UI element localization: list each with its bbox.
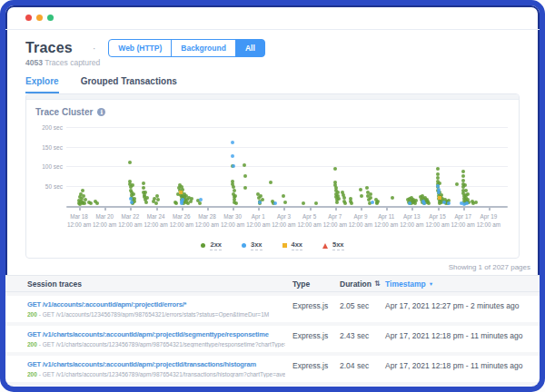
trace-point-3xx[interactable] — [371, 201, 374, 204]
trace-point-4xx[interactable] — [179, 191, 183, 194]
trace-point-3xx[interactable] — [437, 191, 441, 194]
title-separator: · — [93, 44, 95, 54]
tab-explore[interactable]: Explore — [25, 76, 59, 93]
trace-point-2xx[interactable] — [302, 201, 305, 205]
trace-point-4xx[interactable] — [438, 196, 441, 200]
trace-point-2xx[interactable] — [145, 196, 149, 200]
table-row[interactable]: GET /v1/accounts/:accountId/apm/:project… — [5, 296, 540, 322]
x-tick-mark — [335, 208, 337, 211]
trace-type-filter: Web (HTTP)BackgroundAll — [108, 39, 264, 57]
trace-point-2xx[interactable] — [343, 201, 347, 205]
trace-point-3xx[interactable] — [231, 141, 234, 144]
trace-point-2xx[interactable] — [427, 201, 431, 205]
trace-point-2xx[interactable] — [350, 201, 353, 205]
trace-point-2xx[interactable] — [144, 201, 148, 204]
column-header-type[interactable]: Type — [292, 279, 340, 289]
trace-point-2xx[interactable] — [455, 182, 459, 186]
trace-point-2xx[interactable] — [89, 201, 93, 205]
minimize-icon[interactable] — [36, 15, 43, 21]
trace-point-3xx[interactable] — [258, 201, 262, 204]
filter-button-web-http[interactable]: Web (HTTP) — [108, 39, 172, 57]
trace-point-2xx[interactable] — [81, 189, 84, 192]
column-label: Session traces — [27, 279, 82, 289]
info-icon[interactable]: i — [97, 108, 105, 116]
trace-point-2xx[interactable] — [233, 189, 236, 192]
tab-grouped-transactions[interactable]: Grouped Transactions — [81, 76, 177, 93]
filter-button-background[interactable]: Background — [171, 39, 236, 57]
trace-point-2xx[interactable] — [234, 201, 238, 205]
trace-point-2xx[interactable] — [243, 163, 246, 167]
table-row[interactable]: GET /v1/charts/accounts/:accountId/apm/:… — [5, 356, 540, 382]
trace-request-summary: 200 - GET /v1/charts/accounts/123456789/… — [27, 341, 285, 348]
sort-icon[interactable]: ⇅ — [374, 279, 381, 288]
trace-point-2xx[interactable] — [461, 170, 465, 173]
maximize-icon[interactable] — [47, 15, 54, 21]
trace-point-2xx[interactable] — [131, 183, 134, 187]
type-cell: Express.js — [292, 360, 340, 370]
table-row[interactable]: GET /v1/charts/accounts/:accountId/apm/:… — [5, 326, 540, 352]
trace-point-2xx[interactable] — [233, 194, 237, 198]
trace-point-2xx[interactable] — [190, 197, 193, 201]
column-header-timestamp[interactable]: Timestamp▼ — [385, 279, 540, 289]
trace-point-3xx[interactable] — [465, 201, 469, 205]
legend-item-5xx[interactable]: 5xx — [322, 240, 344, 250]
trace-cell: GET /v1/charts/accounts/:accountId/apm/:… — [27, 330, 292, 348]
trace-point-2xx[interactable] — [174, 201, 178, 205]
x-tick-mark — [386, 208, 388, 211]
trace-point-3xx[interactable] — [422, 201, 426, 205]
trace-point-3xx[interactable] — [181, 198, 184, 201]
trace-point-2xx[interactable] — [243, 174, 247, 178]
trace-point-2xx[interactable] — [133, 200, 136, 203]
trace-point-2xx[interactable] — [436, 167, 440, 171]
trace-point-3xx[interactable] — [130, 201, 134, 204]
trace-point-2xx[interactable] — [335, 201, 339, 204]
trace-point-2xx[interactable] — [333, 167, 337, 171]
trace-link[interactable]: GET /v1/charts/accounts/:accountId/apm/:… — [27, 360, 285, 368]
trace-point-2xx[interactable] — [243, 186, 247, 190]
trace-point-2xx[interactable] — [337, 197, 341, 201]
traces-count: 4053 Traces captured — [25, 58, 520, 67]
trace-point-2xx[interactable] — [414, 199, 418, 202]
column-header-session-traces[interactable]: Session traces — [27, 279, 292, 289]
trace-point-2xx[interactable] — [376, 200, 380, 203]
trace-point-3xx[interactable] — [442, 201, 446, 204]
plot-area — [66, 119, 508, 206]
status-badge: 200 — [27, 311, 37, 318]
trace-point-2xx[interactable] — [132, 192, 135, 196]
trace-point-2xx[interactable] — [314, 201, 318, 205]
trace-point-2xx[interactable] — [128, 161, 132, 164]
column-header-duration[interactable]: Duration⇅ — [340, 279, 385, 289]
close-icon[interactable] — [25, 15, 32, 21]
trace-link[interactable]: GET /v1/charts/accounts/:accountId/apm/:… — [27, 330, 285, 338]
x-axis-line — [66, 206, 508, 208]
x-tick-mark — [79, 208, 81, 211]
legend-item-2xx[interactable]: 2xx — [201, 240, 222, 250]
trace-point-3xx[interactable] — [447, 201, 451, 205]
trace-point-2xx[interactable] — [466, 192, 470, 196]
trace-point-2xx[interactable] — [156, 198, 160, 201]
filter-button-all[interactable]: All — [235, 39, 265, 57]
trace-point-2xx[interactable] — [144, 191, 147, 194]
legend-item-3xx[interactable]: 3xx — [242, 240, 263, 250]
table-row[interactable]: GET /v1/accounts/:accountId/apm/:project… — [5, 386, 540, 392]
trace-point-2xx[interactable] — [474, 201, 478, 204]
trace-point-3xx[interactable] — [232, 164, 235, 168]
x-tick-mark — [283, 208, 285, 211]
trace-link[interactable]: GET /v1/accounts/:accountId/apm/:project… — [27, 300, 285, 309]
trace-point-3xx[interactable] — [273, 201, 277, 205]
trace-point-2xx[interactable] — [198, 201, 202, 205]
trace-point-3xx[interactable] — [408, 201, 411, 205]
trace-point-2xx[interactable] — [360, 194, 363, 198]
trace-point-2xx[interactable] — [463, 183, 467, 187]
trace-point-2xx[interactable] — [391, 196, 394, 200]
legend-item-4xx[interactable]: 4xx — [282, 240, 303, 250]
table-header-row: Session tracesTypeDuration⇅Timestamp▼ — [5, 275, 540, 292]
trace-point-2xx[interactable] — [282, 194, 285, 198]
trace-point-3xx[interactable] — [199, 198, 203, 201]
trace-point-2xx[interactable] — [359, 188, 362, 191]
trace-point-2xx[interactable] — [142, 181, 145, 185]
trace-point-2xx[interactable] — [269, 181, 272, 184]
trace-point-2xx[interactable] — [283, 201, 287, 204]
trace-point-3xx[interactable] — [231, 154, 234, 158]
trace-point-2xx[interactable] — [95, 201, 99, 205]
